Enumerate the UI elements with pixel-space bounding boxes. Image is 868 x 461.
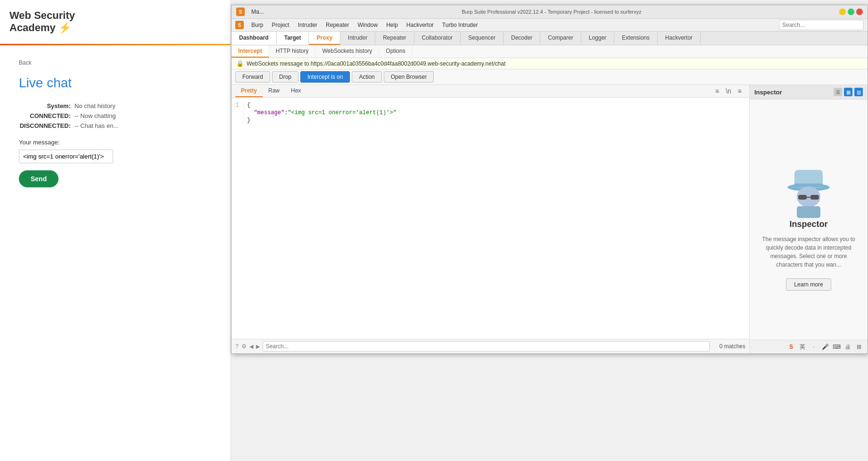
taskbar-icon-english[interactable]: 英 [798,342,807,352]
page-title: Live chat [19,75,212,91]
taskbar-icon-mic[interactable]: 🎤 [820,342,830,352]
inspector-title: Inspector [754,89,782,96]
inspector-header: Inspector ☰ ▦ ▧ [750,85,868,100]
burp-url-bar: 🔒 WebSockets message to https://0aca001a… [231,58,868,69]
chat-label-disconnected: DISCONNECTED: [19,122,71,129]
svg-rect-4 [798,195,807,200]
drop-button[interactable]: Drop [272,71,298,83]
detective-illustration [780,163,837,219]
menu-repeater[interactable]: Repeater [322,20,353,30]
burp-menubar: S Burp Project Intruder Repeater Window … [231,19,868,32]
tab-logger[interactable]: Logger [581,32,614,45]
learn-more-button[interactable]: Learn more [786,278,831,291]
chat-text-system: No chat history [74,102,116,109]
chat-line-connected: CONNECTED: -- Now chatting [19,112,212,119]
search-matches: 0 matches [712,343,745,350]
editor-icons: ≡ \n ≡ [713,86,745,96]
tab-sequencer[interactable]: Sequencer [461,32,504,45]
chat-line-system: System: No chat history [19,102,212,109]
tab-target[interactable]: Target [277,32,309,45]
search-input[interactable] [263,341,710,352]
tab-options[interactable]: Options [379,45,412,58]
code-line-2: "message":"<img src=1 onerror='alert(1)'… [231,109,745,117]
tab-extensions[interactable]: Extensions [614,32,658,45]
taskbar-icon-keyboard[interactable]: ⌨ [832,342,841,352]
forward-button[interactable]: Forward [235,71,270,83]
inspector-body: Inspector The message inspector allows y… [750,100,868,353]
editor-tab-hex[interactable]: Hex [285,85,306,97]
menu-project[interactable]: Project [268,20,293,30]
burp-taskbar: S 英 · 🎤 ⌨ 🖨 ⊞ [750,340,868,353]
send-button[interactable]: Send [19,170,58,187]
minimize-button[interactable] [839,8,846,15]
tab-intercept[interactable]: Intercept [231,45,269,58]
tab-proxy[interactable]: Proxy [309,32,340,45]
tab-decoder[interactable]: Decoder [504,32,540,45]
editor-icon-lines[interactable]: ≡ [713,86,721,96]
burp-action-bar: Forward Drop Intercept is on Action Open… [231,69,868,85]
burp-search-bar: ? ⚙ ◀ ▶ 0 matches [231,339,749,353]
tab-websockets-history[interactable]: WebSockets history [315,45,379,58]
inspector-name: Inspector [789,219,827,229]
your-message-label: Your message: [19,139,212,146]
editor-tab-pretty[interactable]: Pretty [235,85,263,97]
tab-http-history[interactable]: HTTP history [269,45,316,58]
intercept-on-button[interactable]: Intercept is on [300,71,350,83]
help-icon[interactable]: ? [235,343,239,350]
burp-editor-panel: Pretty Raw Hex ≡ \n ≡ 1 { "mess [231,85,750,353]
tab-repeater[interactable]: Repeater [375,32,414,45]
arrow-right-icon[interactable]: ▶ [256,344,260,350]
chat-text-disconnected: -- Chat has en... [74,122,118,129]
inspector-icon-grid[interactable]: ▦ [844,88,852,96]
burp-icon: S [235,21,244,29]
tab-comparer[interactable]: Comparer [540,32,581,45]
wsa-logo: Web Security Academy ⚡ [9,9,75,34]
lock-icon: 🔒 [236,60,244,67]
editor-icon-newline[interactable]: \n [724,86,733,96]
menu-burp[interactable]: Burp [248,20,267,30]
burp-secondary-tabs: Intercept HTTP history WebSockets histor… [231,45,868,58]
burp-inspector-panel: Inspector ☰ ▦ ▧ [750,85,868,353]
arrow-left-icon[interactable]: ◀ [249,344,253,350]
inspector-icon-split[interactable]: ▧ [854,88,863,96]
tab-collaborator[interactable]: Collaborator [414,32,461,45]
chat-log: System: No chat history CONNECTED: -- No… [19,102,212,129]
breadcrumb[interactable]: Back [19,59,212,66]
websocket-url: WebSockets message to https://0aca001a03… [247,60,505,67]
inspector-icon-list[interactable]: ☰ [834,88,842,96]
menu-help[interactable]: Help [382,20,402,30]
menu-intruder[interactable]: Intruder [294,20,321,30]
taskbar-icon-grid2[interactable]: ⊞ [854,342,864,352]
menu-window[interactable]: Window [354,20,381,30]
burp-content-area: Pretty Raw Hex ≡ \n ≡ 1 { "mess [231,85,868,353]
message-input[interactable] [19,150,113,163]
menu-turbo-intruder[interactable]: Turbo Intruder [438,20,482,30]
burp-primary-tabs: Dashboard Target Proxy Intruder Repeater… [231,32,868,45]
tab-hackvertor[interactable]: Hackvertor [658,32,701,45]
chat-text-connected: -- Now chatting [74,112,116,119]
burp-suite-window: S Ma... Burp Suite Professional v2022.12… [231,5,868,354]
menu-hackvertor[interactable]: Hackvertor [403,20,438,30]
chat-label-connected: CONNECTED: [19,112,71,119]
taskbar-icon-print[interactable]: 🖨 [843,342,852,352]
editor-tabs: Pretty Raw Hex ≡ \n ≡ [231,85,749,98]
open-browser-button[interactable]: Open Browser [384,71,434,83]
close-button[interactable] [856,8,863,15]
burp-logo-icon: S [236,8,245,16]
wsa-header: Web Security Academy ⚡ [0,0,231,44]
taskbar-icon-dot[interactable]: · [809,342,818,352]
burp-title-text: Burp Suite Professional v2022.12.4 - Tem… [462,9,641,15]
tab-dashboard[interactable]: Dashboard [231,32,277,45]
inspector-view-icons: ☰ ▦ ▧ [834,88,863,96]
burp-code-area[interactable]: 1 { "message":"<img src=1 onerror='alert… [231,98,749,339]
burp-window-subtitle: Ma... [251,8,264,15]
chat-label-system: System: [19,102,71,109]
tab-intruder[interactable]: Intruder [340,32,375,45]
maximize-button[interactable] [848,8,854,15]
editor-icon-menu[interactable]: ≡ [736,86,744,96]
burp-search-input-menu[interactable] [779,20,864,30]
action-button[interactable]: Action [352,71,381,83]
taskbar-icon-s[interactable]: S [786,342,796,352]
editor-tab-raw[interactable]: Raw [263,85,285,97]
gear-icon[interactable]: ⚙ [241,343,247,350]
